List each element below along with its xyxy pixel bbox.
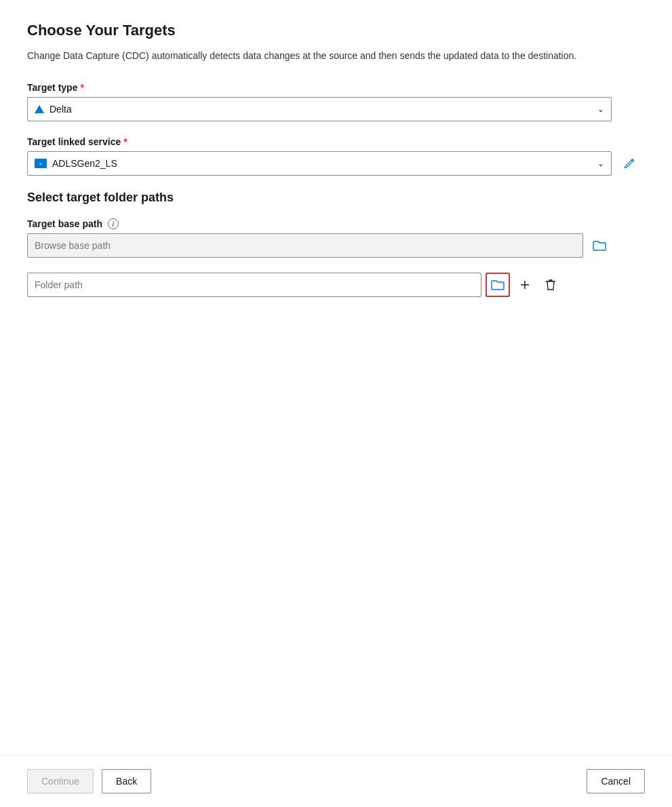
linked-service-row: ▪ ADLSGen2_LS ⌄ xyxy=(27,151,645,176)
cancel-button[interactable]: Cancel xyxy=(587,769,645,793)
continue-button: Continue xyxy=(27,769,94,793)
chevron-down-icon: ⌄ xyxy=(597,104,604,114)
linked-service-value: ADLSGen2_LS xyxy=(52,158,592,169)
page-description: Change Data Capture (CDC) automatically … xyxy=(27,49,617,63)
target-linked-service-section: Target linked service * ▪ ADLSGen2_LS ⌄ xyxy=(27,136,645,176)
page-title: Choose Your Targets xyxy=(27,22,645,39)
base-path-input[interactable] xyxy=(27,233,583,258)
base-path-row xyxy=(27,233,645,258)
footer: Continue Back Cancel xyxy=(0,755,672,807)
target-base-path-section: Target base path i xyxy=(27,218,645,258)
section-heading: Select target folder paths xyxy=(27,191,645,205)
delete-folder-path-button[interactable] xyxy=(540,274,561,296)
target-type-value: Delta xyxy=(50,104,592,115)
required-indicator: * xyxy=(80,82,83,93)
target-linked-service-label: Target linked service * xyxy=(27,136,645,147)
delta-icon xyxy=(35,105,44,113)
target-type-dropdown[interactable]: Delta ⌄ xyxy=(27,97,612,121)
target-type-label: Target type * xyxy=(27,82,645,93)
required-indicator-2: * xyxy=(123,136,127,147)
add-folder-path-button[interactable] xyxy=(514,274,536,296)
adls-icon: ▪ xyxy=(35,159,47,168)
footer-left-buttons: Continue Back xyxy=(27,769,151,793)
folder-path-input[interactable] xyxy=(27,273,481,297)
folder-path-row xyxy=(27,273,645,297)
info-icon: i xyxy=(108,218,119,229)
target-type-section: Target type * Delta ⌄ xyxy=(27,82,645,121)
edit-linked-service-button[interactable] xyxy=(618,153,640,174)
chevron-down-icon-2: ⌄ xyxy=(597,159,604,168)
target-linked-service-dropdown[interactable]: ▪ ADLSGen2_LS ⌄ xyxy=(27,151,612,176)
browse-folder-path-button[interactable] xyxy=(486,273,510,297)
browse-base-path-button[interactable] xyxy=(589,235,610,256)
back-button[interactable]: Back xyxy=(102,769,151,793)
target-base-path-label: Target base path i xyxy=(27,218,645,229)
